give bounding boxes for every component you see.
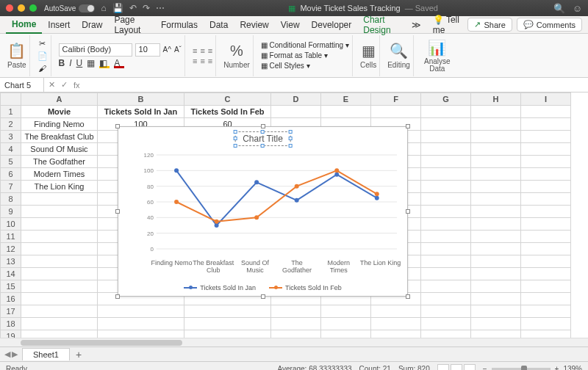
font-color-button[interactable]: A [114,58,124,68]
cell[interactable] [471,280,521,293]
user-icon[interactable]: ☺ [573,3,582,14]
zoom-out-icon[interactable]: − [483,365,487,370]
col-header[interactable]: G [421,93,471,106]
cell[interactable] [471,156,521,168]
cell[interactable] [21,243,98,255]
row-header[interactable]: 15 [1,280,21,293]
sheet-tab[interactable]: Sheet1 [22,348,70,360]
cell[interactable] [421,168,471,181]
cell[interactable] [371,106,421,118]
cell[interactable] [21,193,98,206]
cell[interactable] [471,181,521,193]
cell[interactable] [471,206,521,218]
tab-insert[interactable]: Insert [42,17,76,33]
cell[interactable] [521,318,571,330]
cell-styles[interactable]: ▦ Cell Styles ▾ [261,62,310,70]
zoom-in-icon[interactable]: + [555,365,559,370]
cell[interactable] [271,305,321,318]
cell[interactable] [521,156,571,168]
cell[interactable] [471,243,521,255]
align-bot-icon[interactable]: ≡ [208,46,212,55]
cell[interactable] [21,305,98,318]
cell[interactable] [521,218,571,231]
bold-button[interactable]: B [59,58,65,68]
comments-button[interactable]: 💬Comments [517,18,582,32]
align-top-icon[interactable]: ≡ [193,46,197,55]
cell[interactable]: The Breakfast Club [21,131,98,143]
col-header[interactable]: F [371,93,421,106]
cut-icon[interactable]: ✂ [39,39,46,48]
tab-data[interactable]: Data [204,17,234,33]
resize-handle[interactable] [406,294,410,299]
resize-handle[interactable] [115,124,120,128]
cell[interactable] [471,231,521,243]
prev-sheet-icon[interactable]: ◀ [4,349,10,359]
cell[interactable] [21,218,98,231]
resize-handle[interactable] [406,209,410,214]
cell[interactable] [521,106,571,118]
cell[interactable] [421,280,471,293]
share-button[interactable]: ↗Share [467,18,512,32]
cell[interactable] [471,168,521,181]
row-header[interactable]: 10 [1,218,21,231]
decrease-font-icon[interactable]: Aˇ [174,46,182,54]
minimize-icon[interactable] [18,4,25,12]
cell[interactable]: The Lion King [21,181,98,193]
col-header[interactable]: D [271,93,321,106]
cell[interactable] [421,255,471,268]
more-icon[interactable]: ⋯ [156,3,165,13]
font-size-select[interactable]: 10 [135,43,160,57]
cell[interactable] [321,318,371,330]
cell[interactable] [521,131,571,143]
cell[interactable] [421,118,471,131]
row-header[interactable]: 14 [1,268,21,280]
horizontal-scrollbar[interactable] [0,338,588,347]
cell[interactable] [21,231,98,243]
row-header[interactable]: 3 [1,131,21,143]
cell[interactable]: Sound Of Music [21,143,98,156]
tab-formulas[interactable]: Formulas [155,17,204,33]
resize-handle[interactable] [406,124,410,128]
cell[interactable] [321,106,371,118]
cell[interactable] [421,206,471,218]
tab-developer[interactable]: Developer [306,17,358,33]
cell[interactable] [521,118,571,131]
cell[interactable] [98,305,184,318]
next-sheet-icon[interactable]: ▶ [12,349,18,359]
tab-review[interactable]: Review [234,17,274,33]
select-all[interactable] [1,93,21,106]
cell[interactable] [21,268,98,280]
cell[interactable]: Modern Times [21,168,98,181]
cell[interactable] [421,305,471,318]
row-header[interactable]: 6 [1,168,21,181]
editing-group[interactable]: 🔍 Editing [384,35,414,76]
cell[interactable] [521,193,571,206]
number-group[interactable]: % Number [220,35,254,76]
italic-button[interactable]: I [69,58,71,68]
percent-icon[interactable]: % [230,43,243,59]
resize-handle[interactable] [261,294,265,299]
cell[interactable] [471,131,521,143]
cancel-icon[interactable]: ✕ [49,80,55,90]
cell[interactable] [421,231,471,243]
align-center-icon[interactable]: ≡ [200,57,204,65]
cell[interactable] [371,318,421,330]
row-header[interactable]: 8 [1,193,21,206]
cell[interactable]: Finding Nemo [21,118,98,131]
clipboard-icons[interactable]: ✂ 📄 🖌 [35,35,51,76]
cell[interactable] [21,293,98,305]
row-header[interactable]: 11 [1,231,21,243]
tab-draw[interactable]: Draw [76,17,108,33]
cell[interactable] [421,193,471,206]
resize-handle[interactable] [115,209,120,214]
cell[interactable] [21,318,98,330]
cell[interactable]: Tickets Sold In Feb [184,106,271,118]
cell[interactable] [471,293,521,305]
cell[interactable] [421,218,471,231]
resize-handle[interactable] [115,294,120,299]
cell[interactable] [184,318,271,330]
cell[interactable]: The Godfather [21,156,98,168]
cell[interactable] [471,193,521,206]
tell-me[interactable]: 💡 Tell me [427,12,468,38]
editing-icon[interactable]: 🔍 [390,42,408,59]
